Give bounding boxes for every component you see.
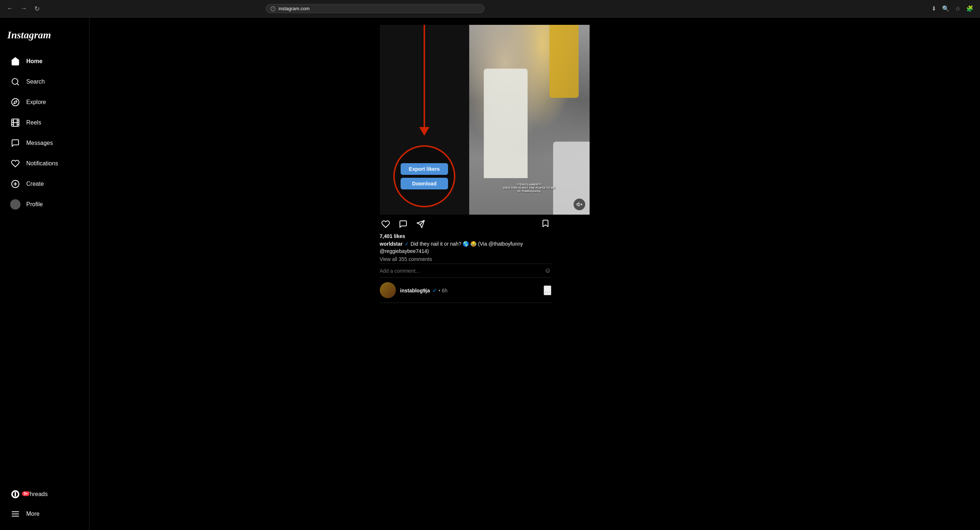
threads-icon: 9+	[10, 489, 21, 499]
post-actions	[380, 215, 551, 232]
sidebar-item-explore-label: Explore	[26, 99, 46, 105]
sidebar-item-more-label: More	[26, 511, 40, 517]
sidebar-nav: Home Search Explore Reels	[0, 51, 89, 524]
security-icon	[270, 6, 275, 11]
annotation-circle: Export likers Download	[393, 145, 455, 207]
avatar-placeholder	[380, 282, 396, 298]
sidebar-item-search-label: Search	[26, 78, 45, 85]
sidebar-item-reels-label: Reels	[26, 119, 41, 126]
post-left-panel: Export likers Download	[380, 25, 469, 215]
create-icon	[10, 179, 21, 189]
emoji-button[interactable]: ☺	[544, 267, 551, 274]
right-panel	[842, 18, 980, 530]
sidebar-item-notifications[interactable]: Notifications	[3, 154, 86, 173]
like-button[interactable]	[380, 218, 391, 230]
sidebar-item-home[interactable]: Home	[3, 52, 86, 71]
browser-bookmark-button[interactable]: ☆	[953, 4, 963, 13]
sidebar-item-more[interactable]: More	[3, 505, 86, 524]
mute-button[interactable]	[574, 199, 585, 210]
download-button[interactable]: Download	[401, 178, 448, 189]
feed-container: Export likers Download	[380, 18, 551, 530]
sidebar-item-search[interactable]: Search	[3, 72, 86, 91]
sidebar-item-home-label: Home	[26, 58, 42, 65]
next-post-time: • 6h	[439, 288, 447, 293]
comment-button[interactable]	[397, 218, 409, 230]
profile-avatar	[10, 199, 21, 210]
more-icon	[10, 509, 21, 519]
sidebar-item-explore[interactable]: Explore	[3, 93, 86, 112]
explore-icon	[10, 97, 21, 107]
reels-icon	[10, 118, 21, 128]
svg-point-3	[12, 99, 19, 106]
post-image-container: ***DISCLAIMER*** KIDS THIS IS NOT THE PL…	[469, 25, 590, 215]
share-button[interactable]	[415, 218, 426, 230]
address-bar	[266, 4, 485, 13]
post-username[interactable]: worldstar	[380, 241, 403, 247]
browser-extensions-button[interactable]: 🧩	[964, 4, 975, 13]
svg-marker-4	[14, 101, 17, 103]
browser-refresh-button[interactable]: ↻	[32, 3, 42, 14]
svg-marker-19	[577, 202, 579, 206]
next-post-info: instablog9ja ✓ • 6h	[400, 287, 539, 294]
browser-back-button[interactable]: ←	[5, 3, 15, 14]
sidebar: Instagram Home Search Explore	[0, 18, 89, 530]
next-post-username[interactable]: instablog9ja	[400, 288, 430, 293]
export-likers-button[interactable]: Export likers	[401, 163, 448, 175]
next-post-preview: instablog9ja ✓ • 6h ...	[380, 277, 551, 302]
sidebar-item-reels[interactable]: Reels	[3, 113, 86, 132]
threads-badge: 9+	[22, 491, 30, 496]
notifications-icon	[10, 158, 21, 169]
arrow-head	[419, 127, 430, 136]
browser-forward-button[interactable]: →	[18, 3, 29, 14]
sidebar-item-profile[interactable]: Profile	[3, 195, 86, 214]
verified-badge: ✓	[405, 241, 409, 247]
browser-download-button[interactable]: ⬇	[929, 4, 939, 13]
add-comment-area: ☺	[380, 264, 551, 277]
post-options-button[interactable]: ...	[544, 285, 551, 295]
sidebar-item-notifications-label: Notifications	[26, 160, 58, 167]
search-icon	[10, 76, 21, 87]
post: Export likers Download	[380, 25, 551, 303]
sidebar-item-messages-label: Messages	[26, 140, 53, 146]
arrow-annotation	[419, 25, 430, 136]
instagram-logo[interactable]: Instagram	[0, 23, 89, 51]
sidebar-item-create-label: Create	[26, 181, 44, 187]
post-caption: worldstar ✓ Did they nail it or nah? 🌎 😂…	[380, 240, 551, 255]
person-figure-1	[484, 68, 528, 178]
home-icon	[10, 56, 21, 67]
post-image: ***DISCLAIMER*** KIDS THIS IS NOT THE PL…	[469, 25, 590, 215]
messages-icon	[10, 138, 21, 148]
app-container: Instagram Home Search Explore	[0, 18, 980, 530]
post-overlay-area: Export likers Download	[380, 25, 551, 215]
url-input[interactable]	[278, 6, 480, 11]
post-likes: 7,401 likes	[380, 233, 551, 239]
sidebar-item-threads[interactable]: 9+ Threads	[3, 485, 86, 504]
person-figure-2	[549, 25, 579, 98]
comment-input[interactable]	[380, 268, 545, 274]
post-disclaimer: ***DISCLAIMER*** KIDS THIS IS NOT THE PL…	[503, 183, 555, 193]
view-comments-link[interactable]: View all 355 comments	[380, 256, 551, 262]
arrow-line	[423, 25, 425, 127]
sidebar-item-messages[interactable]: Messages	[3, 134, 86, 153]
svg-line-2	[17, 84, 19, 85]
post-action-left	[380, 218, 539, 230]
browser-toolbar-right: ⬇ 🔍 ☆ 🧩	[929, 4, 975, 13]
sidebar-bottom: 9+ Threads More	[0, 481, 89, 524]
browser-chrome: ← → ↻ ⬇ 🔍 ☆ 🧩	[0, 0, 980, 18]
next-post-verified-badge: ✓	[432, 287, 437, 293]
main-content: Export likers Download	[89, 18, 842, 530]
browser-zoom-button[interactable]: 🔍	[940, 4, 951, 13]
bookmark-button[interactable]	[539, 218, 551, 230]
sidebar-item-profile-label: Profile	[26, 201, 43, 208]
sidebar-item-create[interactable]: Create	[3, 175, 86, 193]
next-post-avatar	[380, 282, 396, 298]
